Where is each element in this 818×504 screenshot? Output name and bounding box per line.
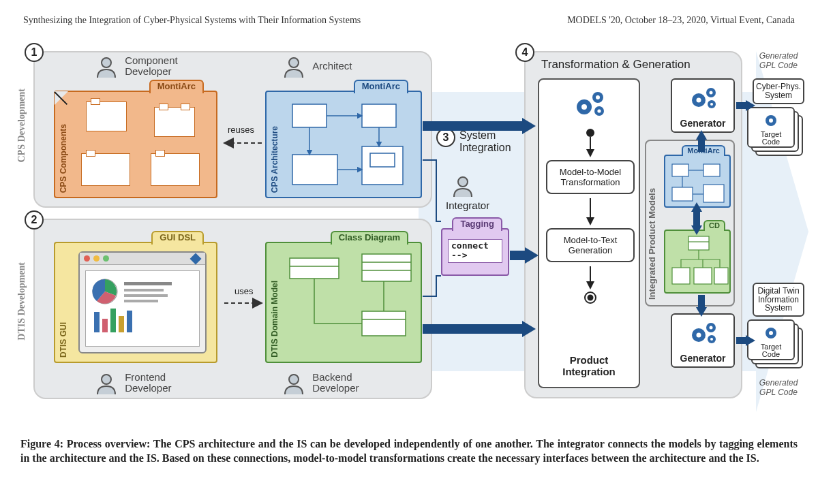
svg-rect-51 [703, 185, 724, 202]
svg-rect-54 [672, 268, 690, 284]
svg-rect-16 [94, 312, 100, 332]
user-icon [282, 371, 305, 394]
gears-icon [572, 86, 609, 119]
user-icon [95, 54, 118, 78]
card-side-dtis-domain: DTIS Domain Model [270, 281, 279, 358]
svg-rect-50 [672, 187, 693, 201]
integrator-label: Integrator [446, 200, 489, 211]
step-1-badge: 1 [25, 43, 44, 62]
svg-rect-56 [714, 268, 728, 284]
svg-point-42 [586, 129, 594, 137]
step-4-badge: 4 [515, 43, 534, 62]
svg-point-1 [102, 58, 111, 67]
svg-point-40 [596, 95, 600, 99]
svg-point-39 [581, 104, 587, 110]
svg-rect-23 [362, 254, 411, 281]
target-code-stack-bottom: Target Code [747, 319, 807, 373]
svg-point-2 [289, 58, 299, 67]
header-right: MODELS '20, October 18–23, 2020, Virtual… [567, 15, 795, 26]
svg-point-29 [458, 177, 468, 187]
box-m2t: Model-to-Text Generation [546, 228, 635, 262]
out-cps-system: Cyber-Phys. System [753, 78, 804, 104]
svg-rect-5 [292, 155, 337, 185]
card-cps-components: .card-fold.cpsc::after{border-color:#c76… [54, 91, 217, 198]
svg-rect-15 [124, 300, 158, 302]
card-tab-montiarc-1: MontiArc [149, 80, 204, 93]
svg-point-69 [697, 333, 701, 338]
role-component-developer: Component Developer [95, 54, 178, 78]
card-tab-gui-dsl: GUI DSL [151, 231, 204, 245]
box-m2m: Model-to-Model Transformation [546, 160, 635, 194]
svg-rect-4 [362, 104, 396, 127]
header-left: Synthesizing the Integration of Cyber-Ph… [23, 15, 361, 26]
user-icon [451, 174, 474, 197]
svg-rect-48 [672, 164, 688, 176]
svg-point-63 [697, 98, 701, 103]
svg-point-10 [289, 375, 299, 384]
card-tagging: Tagging connect --> [441, 228, 509, 276]
role-architect: Architect [282, 54, 352, 78]
svg-point-71 [710, 338, 713, 341]
product-integration-label: Product Integration [539, 354, 639, 377]
tagging-tab: Tagging [452, 217, 502, 231]
reuses-label: reuses [228, 125, 254, 135]
mini-tab-cd: CD [703, 220, 725, 231]
svg-rect-49 [703, 164, 720, 176]
svg-rect-21 [290, 258, 339, 279]
card-dtis-domain-model: Class Diagram DTIS Domain Model [265, 242, 422, 363]
user-icon [282, 54, 305, 78]
svg-point-77 [769, 119, 773, 123]
card-tab-montiarc-2: MontiArc [354, 80, 408, 93]
svg-rect-18 [110, 309, 116, 332]
card-tab-class-diagram: Class Diagram [331, 231, 408, 245]
target-code-stack-top: Target Code [747, 107, 807, 160]
svg-point-9 [102, 375, 111, 384]
label-generated-gpl-top: Generated GPL Code [751, 51, 806, 70]
generator-bottom: Generator [671, 313, 735, 368]
svg-rect-14 [124, 294, 168, 297]
svg-point-47 [588, 295, 594, 301]
mock-browser [78, 251, 207, 353]
gears-icon [688, 84, 720, 111]
step-3-badge: 3 [436, 128, 455, 147]
card-dtis-gui: GUI DSL DTIS GUI [54, 242, 217, 363]
vlabel-dtis: DTIS Development [16, 262, 27, 341]
gear-icon [762, 112, 780, 129]
role-integrator [451, 174, 474, 199]
svg-point-70 [710, 326, 713, 330]
svg-point-41 [597, 109, 601, 112]
class-diagram-mini [267, 243, 421, 362]
mini-tab-montiarc: MontiArc [682, 145, 725, 156]
mini-card-montiarc: MontiArc [664, 155, 731, 208]
step-2-badge: 2 [25, 210, 44, 230]
svg-point-79 [769, 331, 773, 335]
card-side-cps-components: CPS Components [59, 124, 68, 193]
system-integration-title: System Integration [459, 129, 511, 153]
diagram-canvas: CPS Development 1 DTIS Development 2 4 T… [10, 37, 808, 426]
svg-rect-17 [102, 319, 108, 332]
gears-icon [688, 319, 720, 346]
uses-label: uses [234, 286, 253, 296]
role-frontend-developer: Frontend Developer [95, 371, 172, 394]
architecture-mini-diagram [267, 92, 421, 197]
tagging-code: connect --> [448, 239, 502, 263]
card-side-dtis-gui: DTIS GUI [59, 322, 68, 358]
generator-top: Generator [671, 78, 735, 133]
product-integration-column: Model-to-Model Transformation Model-to-T… [538, 78, 640, 388]
label-generated-gpl-bottom: Generated GPL Code [751, 378, 806, 397]
figure-caption: Figure 4: Process overview: The CPS arch… [20, 437, 798, 466]
svg-point-64 [710, 91, 713, 95]
panel4-title: Transformation & Generation [541, 58, 691, 72]
svg-rect-26 [362, 311, 406, 336]
card-cps-architecture: MontiArc CPS Architecture [265, 91, 422, 198]
mini-card-cd: CD [664, 230, 731, 294]
svg-rect-12 [124, 282, 172, 285]
svg-rect-7 [370, 153, 395, 167]
vlabel-cps: CPS Development [16, 89, 27, 163]
svg-point-65 [710, 103, 713, 106]
svg-rect-19 [119, 316, 124, 332]
role-backend-developer: Backend Developer [282, 371, 359, 394]
svg-rect-52 [688, 236, 709, 250]
out-dtis-system: Digital Twin Information System [753, 283, 804, 317]
svg-rect-3 [292, 104, 327, 127]
